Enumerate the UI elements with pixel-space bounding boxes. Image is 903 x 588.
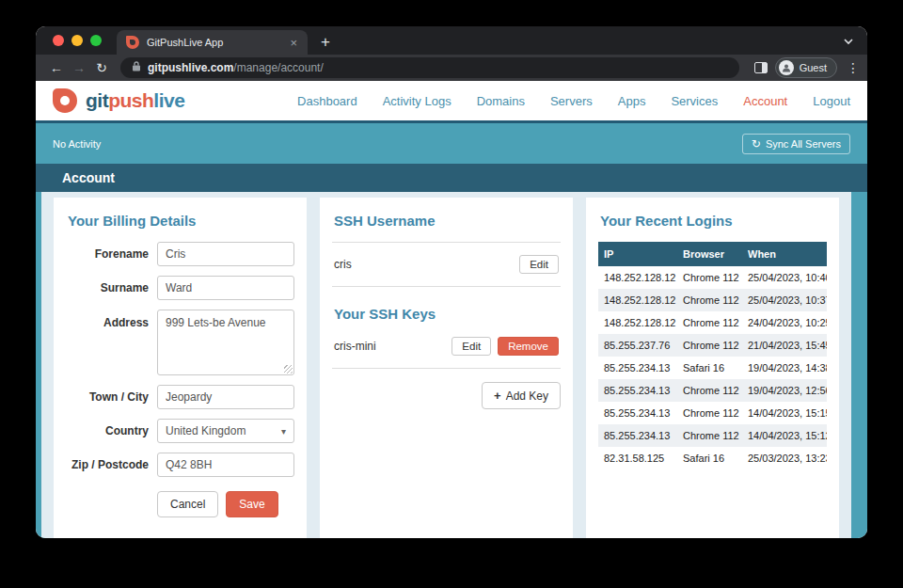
url-path: /manage/account/: [233, 61, 323, 74]
side-panel-icon[interactable]: [754, 62, 768, 73]
surname-field[interactable]: [157, 276, 294, 300]
content-columns: Your Billing Details Forename Surname Ad…: [41, 192, 851, 538]
edit-key-button[interactable]: Edit: [452, 337, 491, 356]
billing-title: Your Billing Details: [68, 213, 294, 229]
close-window-button[interactable]: [53, 35, 64, 46]
profile-label: Guest: [800, 62, 827, 73]
new-tab-button[interactable]: +: [321, 33, 330, 52]
page-content: Your Billing Details Forename Surname Ad…: [36, 192, 867, 538]
logins-header-row: IP Browser When: [598, 242, 827, 266]
tab-close-icon[interactable]: ×: [287, 36, 300, 50]
nav-servers[interactable]: Servers: [550, 94, 593, 108]
forename-row: Forename: [66, 242, 294, 266]
login-cell: 82.31.58.125: [598, 447, 677, 469]
tab-title: GitPushLive App: [147, 37, 279, 48]
login-cell: Chrome 112: [677, 379, 742, 402]
ssh-keys-title: Your SSH Keys: [334, 306, 561, 322]
login-cell: 25/03/2023, 13:23:29: [742, 447, 827, 469]
browser-tab[interactable]: GitPushLive App ×: [117, 30, 308, 55]
login-cell: 148.252.128.12: [598, 311, 677, 334]
login-cell: Safari 16: [677, 357, 742, 379]
app-logo[interactable]: gitpushlive: [53, 88, 184, 113]
browser-toolbar: ← → ↻ gitpushlive.com/manage/account/ Gu…: [36, 55, 867, 81]
town-row: Town / City: [66, 385, 294, 409]
col-when: When: [742, 242, 827, 266]
zip-label: Zip / Postcode: [66, 458, 157, 471]
logins-table: IP Browser When 148.252.128.12Chrome 112…: [598, 242, 827, 469]
zip-field[interactable]: [157, 453, 294, 477]
zip-row: Zip / Postcode: [66, 453, 294, 477]
login-row: 148.252.128.12Chrome 11225/04/2023, 10:3…: [598, 289, 827, 311]
address-field[interactable]: 999 Lets-be Avenue: [157, 310, 294, 375]
reload-icon[interactable]: ↻: [90, 60, 113, 75]
back-icon[interactable]: ←: [45, 60, 68, 75]
forward-icon[interactable]: →: [68, 60, 90, 75]
save-button[interactable]: Save: [226, 491, 277, 517]
nav-domains[interactable]: Domains: [477, 94, 525, 108]
minimize-window-button[interactable]: [71, 35, 83, 46]
nav-activity-logs[interactable]: Activity Logs: [383, 94, 452, 108]
divider: [332, 286, 561, 287]
town-field[interactable]: [157, 385, 294, 409]
login-row: 85.255.234.13Safari 1619/04/2023, 14:38:…: [598, 357, 827, 379]
login-row: 82.31.58.125Safari 1625/03/2023, 13:23:2…: [598, 447, 827, 469]
forename-field[interactable]: [157, 242, 294, 266]
logo-text: gitpushlive: [86, 89, 184, 112]
plus-icon: +: [494, 389, 501, 403]
nav-account[interactable]: Account: [743, 94, 787, 108]
town-label: Town / City: [66, 390, 157, 404]
nav-dashboard[interactable]: Dashboard: [297, 94, 357, 108]
login-cell: 14/04/2023, 15:12:43: [742, 424, 827, 447]
ssh-username-row: cris Edit: [332, 253, 561, 276]
ssh-username-value: cris: [334, 258, 352, 271]
page-title: Account: [36, 164, 867, 192]
ssh-panel: SSH Username cris Edit Your SSH Keys cri…: [320, 198, 573, 538]
ssh-key-row: cris-mini Edit Remove: [332, 335, 561, 358]
login-cell: Chrome 112: [677, 266, 742, 289]
billing-actions: Cancel Save: [157, 491, 294, 517]
login-row: 148.252.128.12Chrome 11224/04/2023, 10:2…: [598, 311, 827, 334]
login-row: 85.255.234.13Chrome 11214/04/2023, 15:12…: [598, 424, 827, 447]
nav-services[interactable]: Services: [671, 94, 718, 108]
sync-all-servers-button[interactable]: ↻ Sync All Servers: [742, 134, 850, 154]
login-cell: 24/04/2023, 10:25:23: [742, 311, 827, 334]
nav-apps[interactable]: Apps: [618, 94, 646, 108]
add-key-row: + Add Key: [332, 382, 561, 409]
divider: [332, 242, 561, 243]
login-cell: 21/04/2023, 15:45:56: [742, 334, 827, 357]
tab-strip: GitPushLive App × +: [36, 26, 867, 55]
remove-key-button[interactable]: Remove: [498, 337, 559, 356]
window-controls: [36, 35, 117, 55]
country-select[interactable]: United Kingdom ▾: [157, 419, 294, 443]
address-row: Address 999 Lets-be Avenue: [66, 310, 294, 375]
logins-table-body: 148.252.128.12Chrome 11225/04/2023, 10:4…: [598, 266, 827, 469]
chevron-down-icon: ▾: [281, 426, 286, 437]
surname-label: Surname: [66, 281, 157, 294]
login-cell: 85.255.234.13: [598, 357, 677, 379]
lock-icon: [132, 61, 141, 74]
login-cell: 25/04/2023, 10:37:20: [742, 289, 827, 311]
edit-username-button[interactable]: Edit: [519, 255, 559, 274]
app-header: gitpushlive Dashboard Activity Logs Doma…: [36, 81, 867, 123]
login-cell: Chrome 112: [677, 311, 742, 334]
forename-label: Forename: [66, 247, 157, 261]
zoom-window-button[interactable]: [90, 35, 102, 46]
sync-icon: ↻: [752, 138, 761, 150]
ssh-key-name: cris-mini: [334, 340, 376, 353]
url-domain: gitpushlive.com: [148, 61, 233, 74]
nav-logout[interactable]: Logout: [813, 94, 850, 108]
tab-search-chevron-icon[interactable]: [843, 34, 854, 51]
avatar: [779, 60, 794, 75]
address-textarea-wrap: 999 Lets-be Avenue: [157, 310, 294, 375]
add-key-button[interactable]: + Add Key: [482, 382, 561, 409]
login-cell: 25/04/2023, 10:40:39: [742, 266, 827, 289]
browser-menu-icon[interactable]: ⋮: [847, 60, 858, 75]
cancel-button[interactable]: Cancel: [157, 491, 218, 517]
address-bar[interactable]: gitpushlive.com/manage/account/: [120, 57, 739, 78]
profile-button[interactable]: Guest: [775, 57, 837, 78]
login-cell: Chrome 112: [677, 289, 742, 311]
activity-bar: No Activity ↻ Sync All Servers: [36, 123, 867, 164]
surname-row: Surname: [66, 276, 294, 300]
main-nav: Dashboard Activity Logs Domains Servers …: [297, 94, 850, 108]
browser-window: GitPushLive App × + ← → ↻ gitpushlive.co…: [36, 26, 867, 538]
